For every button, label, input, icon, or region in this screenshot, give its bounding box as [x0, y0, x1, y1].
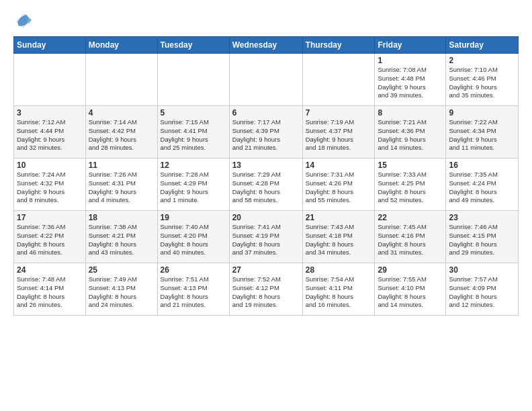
day-number: 24	[17, 265, 83, 275]
day-number: 10	[17, 161, 83, 170]
day-cell: 22Sunrise: 7:45 AM Sunset: 4:16 PM Dayli…	[375, 211, 446, 263]
day-info: Sunrise: 7:36 AM Sunset: 4:22 PM Dayligh…	[17, 223, 83, 257]
logo-icon	[13, 11, 34, 31]
day-cell: 29Sunrise: 7:55 AM Sunset: 4:10 PM Dayli…	[375, 263, 446, 316]
day-info: Sunrise: 7:33 AM Sunset: 4:25 PM Dayligh…	[378, 171, 443, 205]
logo	[13, 11, 36, 31]
week-row-4: 17Sunrise: 7:36 AM Sunset: 4:22 PM Dayli…	[14, 211, 519, 263]
calendar-body: 1Sunrise: 7:08 AM Sunset: 4:48 PM Daylig…	[14, 54, 519, 316]
day-cell: 18Sunrise: 7:38 AM Sunset: 4:21 PM Dayli…	[85, 211, 157, 263]
day-info: Sunrise: 7:10 AM Sunset: 4:46 PM Dayligh…	[449, 66, 515, 100]
day-number: 19	[161, 213, 226, 222]
day-number: 29	[378, 265, 443, 275]
day-cell: 8Sunrise: 7:21 AM Sunset: 4:36 PM Daylig…	[375, 106, 446, 158]
day-cell: 30Sunrise: 7:57 AM Sunset: 4:09 PM Dayli…	[446, 263, 519, 316]
header-friday: Friday	[375, 37, 446, 54]
day-number: 5	[161, 108, 226, 118]
day-info: Sunrise: 7:57 AM Sunset: 4:09 PM Dayligh…	[449, 275, 515, 310]
day-cell: 26Sunrise: 7:51 AM Sunset: 4:13 PM Dayli…	[157, 263, 229, 316]
day-info: Sunrise: 7:49 AM Sunset: 4:13 PM Dayligh…	[89, 275, 154, 310]
day-number: 28	[306, 265, 372, 275]
day-number: 20	[232, 213, 300, 222]
day-cell: 5Sunrise: 7:15 AM Sunset: 4:41 PM Daylig…	[157, 106, 229, 158]
day-cell: 7Sunrise: 7:19 AM Sunset: 4:37 PM Daylig…	[302, 106, 375, 158]
header-saturday: Saturday	[446, 37, 519, 54]
day-number: 27	[232, 265, 300, 275]
day-cell: 21Sunrise: 7:43 AM Sunset: 4:18 PM Dayli…	[302, 211, 375, 263]
day-info: Sunrise: 7:41 AM Sunset: 4:19 PM Dayligh…	[232, 223, 300, 257]
day-info: Sunrise: 7:17 AM Sunset: 4:39 PM Dayligh…	[232, 118, 300, 152]
day-number: 16	[449, 161, 515, 170]
day-info: Sunrise: 7:24 AM Sunset: 4:32 PM Dayligh…	[17, 171, 83, 205]
day-number: 25	[89, 265, 154, 275]
day-info: Sunrise: 7:54 AM Sunset: 4:11 PM Dayligh…	[306, 275, 372, 310]
day-info: Sunrise: 7:52 AM Sunset: 4:12 PM Dayligh…	[232, 275, 300, 310]
day-info: Sunrise: 7:21 AM Sunset: 4:36 PM Dayligh…	[378, 118, 443, 152]
day-cell: 13Sunrise: 7:29 AM Sunset: 4:28 PM Dayli…	[229, 158, 302, 211]
day-cell: 11Sunrise: 7:26 AM Sunset: 4:31 PM Dayli…	[85, 158, 157, 211]
day-cell: 28Sunrise: 7:54 AM Sunset: 4:11 PM Dayli…	[302, 263, 375, 316]
day-info: Sunrise: 7:31 AM Sunset: 4:26 PM Dayligh…	[306, 171, 372, 205]
day-number: 3	[17, 108, 83, 118]
day-number: 12	[161, 161, 226, 170]
day-cell: 12Sunrise: 7:28 AM Sunset: 4:29 PM Dayli…	[157, 158, 229, 211]
day-cell	[14, 54, 86, 106]
header	[13, 11, 519, 31]
week-row-1: 1Sunrise: 7:08 AM Sunset: 4:48 PM Daylig…	[14, 54, 519, 106]
day-cell: 17Sunrise: 7:36 AM Sunset: 4:22 PM Dayli…	[14, 211, 86, 263]
day-cell: 24Sunrise: 7:48 AM Sunset: 4:14 PM Dayli…	[14, 263, 86, 316]
day-info: Sunrise: 7:40 AM Sunset: 4:20 PM Dayligh…	[161, 223, 226, 257]
day-info: Sunrise: 7:43 AM Sunset: 4:18 PM Dayligh…	[306, 223, 372, 257]
week-row-5: 24Sunrise: 7:48 AM Sunset: 4:14 PM Dayli…	[14, 263, 519, 316]
day-info: Sunrise: 7:28 AM Sunset: 4:29 PM Dayligh…	[161, 171, 226, 205]
day-number: 13	[232, 161, 300, 170]
day-cell: 19Sunrise: 7:40 AM Sunset: 4:20 PM Dayli…	[157, 211, 229, 263]
day-number: 18	[89, 213, 154, 222]
day-info: Sunrise: 7:38 AM Sunset: 4:21 PM Dayligh…	[89, 223, 154, 257]
day-number: 26	[161, 265, 226, 275]
day-info: Sunrise: 7:48 AM Sunset: 4:14 PM Dayligh…	[17, 275, 83, 310]
day-cell: 16Sunrise: 7:35 AM Sunset: 4:24 PM Dayli…	[446, 158, 519, 211]
day-cell: 4Sunrise: 7:14 AM Sunset: 4:42 PM Daylig…	[85, 106, 157, 158]
weekday-row: Sunday Monday Tuesday Wednesday Thursday…	[14, 37, 519, 54]
day-info: Sunrise: 7:51 AM Sunset: 4:13 PM Dayligh…	[161, 275, 226, 310]
day-info: Sunrise: 7:35 AM Sunset: 4:24 PM Dayligh…	[449, 171, 515, 205]
day-number: 4	[89, 108, 154, 118]
day-cell: 9Sunrise: 7:22 AM Sunset: 4:34 PM Daylig…	[446, 106, 519, 158]
day-cell: 23Sunrise: 7:46 AM Sunset: 4:15 PM Dayli…	[446, 211, 519, 263]
day-number: 2	[449, 56, 515, 65]
day-number: 1	[378, 56, 443, 65]
header-wednesday: Wednesday	[229, 37, 302, 54]
header-monday: Monday	[85, 37, 157, 54]
day-info: Sunrise: 7:26 AM Sunset: 4:31 PM Dayligh…	[89, 171, 154, 205]
day-info: Sunrise: 7:29 AM Sunset: 4:28 PM Dayligh…	[232, 171, 300, 205]
day-cell: 1Sunrise: 7:08 AM Sunset: 4:48 PM Daylig…	[375, 54, 446, 106]
day-cell	[302, 54, 375, 106]
day-info: Sunrise: 7:46 AM Sunset: 4:15 PM Dayligh…	[449, 223, 515, 257]
day-cell	[157, 54, 229, 106]
day-number: 7	[306, 108, 372, 118]
day-cell: 15Sunrise: 7:33 AM Sunset: 4:25 PM Dayli…	[375, 158, 446, 211]
day-cell: 27Sunrise: 7:52 AM Sunset: 4:12 PM Dayli…	[229, 263, 302, 316]
day-cell	[229, 54, 302, 106]
day-info: Sunrise: 7:12 AM Sunset: 4:44 PM Dayligh…	[17, 118, 83, 152]
day-cell: 14Sunrise: 7:31 AM Sunset: 4:26 PM Dayli…	[302, 158, 375, 211]
week-row-2: 3Sunrise: 7:12 AM Sunset: 4:44 PM Daylig…	[14, 106, 519, 158]
day-info: Sunrise: 7:22 AM Sunset: 4:34 PM Dayligh…	[449, 118, 515, 152]
day-number: 23	[449, 213, 515, 222]
day-number: 6	[232, 108, 300, 118]
day-number: 15	[378, 161, 443, 170]
calendar-table: Sunday Monday Tuesday Wednesday Thursday…	[13, 36, 519, 316]
day-info: Sunrise: 7:55 AM Sunset: 4:10 PM Dayligh…	[378, 275, 443, 310]
day-info: Sunrise: 7:45 AM Sunset: 4:16 PM Dayligh…	[378, 223, 443, 257]
day-number: 17	[17, 213, 83, 222]
day-info: Sunrise: 7:15 AM Sunset: 4:41 PM Dayligh…	[161, 118, 226, 152]
day-info: Sunrise: 7:19 AM Sunset: 4:37 PM Dayligh…	[306, 118, 372, 152]
day-cell: 20Sunrise: 7:41 AM Sunset: 4:19 PM Dayli…	[229, 211, 302, 263]
day-number: 22	[378, 213, 443, 222]
page: Sunday Monday Tuesday Wednesday Thursday…	[0, 0, 532, 411]
header-thursday: Thursday	[302, 37, 375, 54]
day-number: 11	[89, 161, 154, 170]
calendar-header: Sunday Monday Tuesday Wednesday Thursday…	[14, 37, 519, 54]
header-sunday: Sunday	[14, 37, 86, 54]
